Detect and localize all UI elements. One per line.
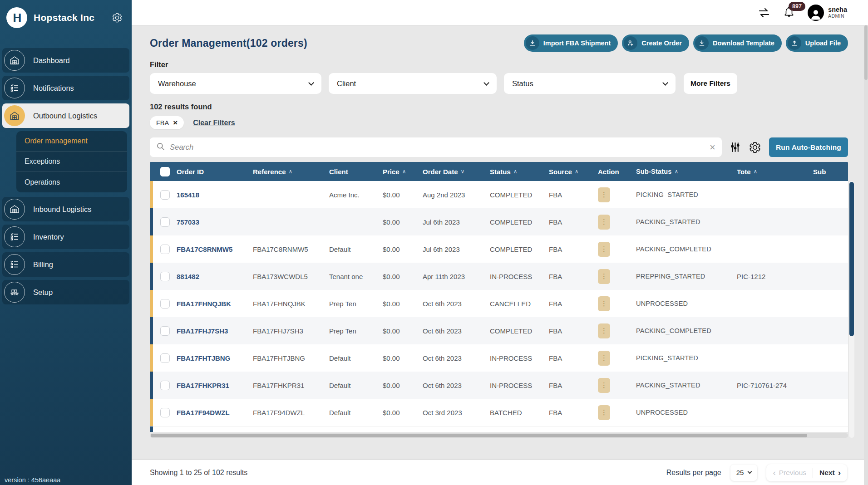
column-header-status[interactable]: Status∧ [490, 168, 549, 176]
table-settings-gear-icon[interactable] [749, 141, 761, 154]
chevron-down-icon [748, 470, 752, 474]
row-actions-kebab[interactable]: ⋮ [598, 215, 610, 230]
order-id-link[interactable]: FBA17FHTJBNG [177, 354, 230, 362]
order-id-link[interactable]: FBA17FHNQJBK [177, 300, 231, 308]
outbound-submenu: Order management Exceptions Operations [16, 131, 127, 192]
cell-status: COMPLETED [490, 191, 549, 199]
order-id-link[interactable]: 881482 [177, 273, 199, 280]
table-row: 165418Acme Inc.$0.00Aug 2nd 2023COMPLETE… [150, 181, 848, 208]
cell-client: Prep Ten [329, 300, 383, 308]
search-input[interactable] [170, 143, 705, 152]
filter-section-label: Filter [150, 60, 848, 69]
column-sliders-icon[interactable] [730, 142, 741, 153]
search-box: × [150, 137, 722, 157]
sidebar-gear-icon[interactable] [112, 12, 123, 23]
chip-close-icon[interactable]: × [173, 119, 178, 127]
client-dropdown[interactable]: Client [329, 73, 497, 94]
row-actions-kebab[interactable]: ⋮ [598, 269, 610, 284]
row-checkbox[interactable] [160, 408, 170, 417]
page-size-select[interactable]: 25 [730, 465, 758, 481]
notifications-bell-icon[interactable]: 897 [783, 6, 795, 20]
cell-reference: FBA17C8RNMW5 [253, 245, 329, 253]
previous-page-button[interactable]: ‹ Previous [766, 468, 813, 477]
table-row: FBA17FHNQJBKFBA17FHNQJBKPrep Ten$0.00Oct… [150, 290, 848, 317]
sidebar-item-setup[interactable]: Setup [2, 280, 129, 304]
cell-client: Tenant one [329, 273, 383, 280]
row-checkbox[interactable] [160, 245, 170, 254]
partial-row [150, 426, 848, 432]
cell-reference: FBA17FHJ7SH3 [253, 327, 329, 335]
row-actions-kebab[interactable]: ⋮ [598, 296, 610, 311]
order-id-link[interactable]: 757033 [177, 218, 199, 226]
cell-sub-status: UNPROCESSED [636, 300, 737, 307]
brand-name: Hopstack Inc [34, 12, 112, 23]
sidebar-item-billing[interactable]: Billing [2, 252, 129, 277]
more-filters-button[interactable]: More Filters [684, 73, 737, 94]
table-vertical-scrollbar[interactable] [849, 181, 854, 438]
cell-client: Prep Ten [329, 327, 383, 335]
cell-order-date: Jul 6th 2023 [423, 245, 490, 253]
user-menu[interactable]: sneha ADMIN [808, 5, 847, 21]
row-actions-kebab[interactable]: ⋮ [598, 405, 610, 420]
clear-filters-link[interactable]: Clear Filters [193, 119, 235, 127]
table-horizontal-scrollbar[interactable] [150, 433, 848, 438]
sidebar-item-exceptions[interactable]: Exceptions [16, 152, 127, 172]
cell-status: COMPLETED [490, 218, 549, 226]
sidebar-item-order-management[interactable]: Order management [16, 131, 127, 152]
column-header-reference[interactable]: Reference∧ [253, 168, 329, 176]
select-all-checkbox[interactable] [160, 167, 170, 176]
row-actions-kebab[interactable]: ⋮ [598, 323, 610, 338]
row-checkbox[interactable] [160, 326, 170, 336]
download-template-button[interactable]: Download Template [693, 34, 782, 52]
row-actions-kebab[interactable]: ⋮ [598, 242, 610, 257]
order-id-link[interactable]: FBA17FHJ7SH3 [177, 327, 228, 335]
order-id-link[interactable]: FBA17F94DWZL [177, 409, 230, 416]
order-id-link[interactable]: 165418 [177, 191, 199, 199]
sync-arrows-icon[interactable] [758, 7, 770, 18]
row-actions-kebab[interactable]: ⋮ [598, 378, 610, 393]
column-header-client: Client [329, 168, 383, 176]
cell-sub-status: PICKING_STARTED [636, 191, 737, 198]
column-header-source[interactable]: Source∧ [549, 168, 598, 176]
cell-sub-status: PACKING_STARTED [636, 218, 737, 225]
topbar: 897 sneha ADMIN [132, 0, 868, 25]
cell-status: COMPLETED [490, 327, 549, 335]
order-id-link[interactable]: FBA17FHKPR31 [177, 382, 229, 389]
cell-sub-status: UNPROCESSED [636, 409, 737, 416]
pagination: ‹ Previous Next › [766, 464, 847, 481]
status-dropdown[interactable]: Status [504, 73, 676, 94]
create-order-button[interactable]: Create Order [622, 34, 689, 52]
cell-reference: FBA17FHTJBNG [253, 354, 329, 362]
sidebar-item-notifications[interactable]: Notifications [2, 76, 129, 100]
row-stripe [150, 399, 153, 426]
page-scrollbar[interactable] [864, 25, 868, 485]
sidebar-item-dashboard[interactable]: Dashboard [2, 48, 129, 73]
row-checkbox[interactable] [160, 381, 170, 390]
sidebar-item-outbound-logistics[interactable]: Outbound Logistics [2, 103, 129, 128]
order-id-link[interactable]: FBA17C8RNMW5 [177, 245, 232, 253]
column-header-sub-status[interactable]: Sub-Status∧ [636, 168, 737, 175]
column-header-tote[interactable]: Tote∧ [737, 168, 813, 176]
cell-tote: PIC-1212 [737, 273, 813, 280]
row-stripe [150, 208, 153, 235]
row-checkbox[interactable] [160, 272, 170, 281]
import-fba-shipment-button[interactable]: Import FBA Shipment [524, 34, 618, 52]
column-header-price[interactable]: Price∧ [383, 168, 423, 176]
upload-file-button[interactable]: Upload File [786, 34, 848, 52]
cell-price: $0.00 [383, 218, 423, 226]
row-checkbox[interactable] [160, 299, 170, 309]
table-header-row: Order IDReference∧ClientPrice∧Order Date… [150, 162, 848, 181]
sidebar-item-inventory[interactable]: Inventory [2, 225, 129, 249]
row-actions-kebab[interactable]: ⋮ [598, 351, 610, 366]
row-checkbox[interactable] [160, 217, 170, 227]
row-checkbox[interactable] [160, 190, 170, 200]
column-header-order-date[interactable]: Order Date∨ [423, 168, 490, 176]
row-checkbox[interactable] [160, 353, 170, 363]
row-actions-kebab[interactable]: ⋮ [598, 187, 610, 202]
search-clear-icon[interactable]: × [710, 142, 715, 152]
sidebar-item-inbound-logistics[interactable]: Inbound Logistics [2, 197, 129, 221]
sidebar-item-operations[interactable]: Operations [16, 172, 127, 192]
next-page-button[interactable]: Next › [813, 468, 847, 477]
run-auto-batching-button[interactable]: Run Auto-Batching [769, 137, 848, 157]
warehouse-dropdown[interactable]: Warehouse [150, 73, 321, 94]
